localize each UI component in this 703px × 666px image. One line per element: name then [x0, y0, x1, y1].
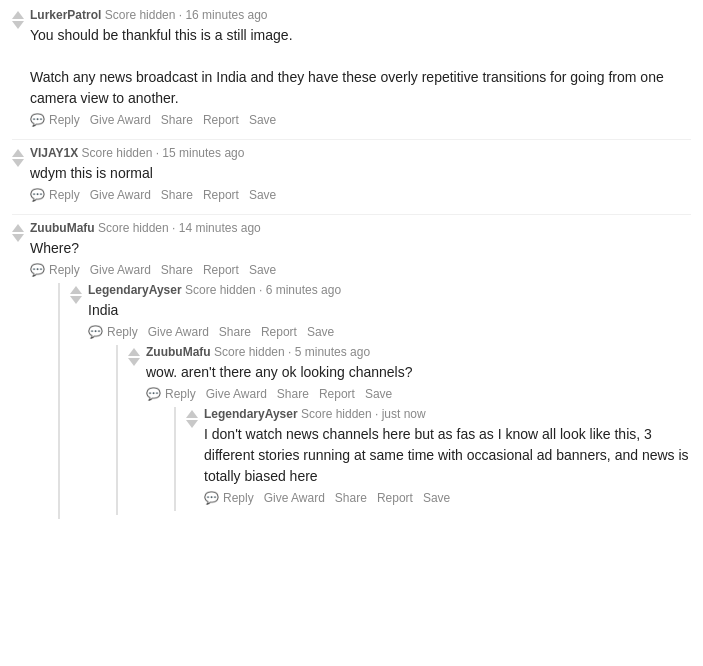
comment-actions: 💬 Reply Give Award Share Report Save	[30, 188, 691, 202]
share-button[interactable]: Share	[161, 188, 193, 202]
comment-header: ZuubuMafu Score hidden · 5 minutes ago	[146, 345, 691, 359]
chat-icon: 💬	[204, 491, 219, 505]
nested-comments: LegendaryAyser Score hidden · 6 minutes …	[58, 283, 691, 519]
save-button[interactable]: Save	[307, 325, 334, 339]
save-button[interactable]: Save	[249, 113, 276, 127]
reply-button[interactable]: Reply	[165, 387, 196, 401]
downvote-button[interactable]	[128, 358, 140, 366]
report-button[interactable]: Report	[377, 491, 413, 505]
username[interactable]: ZuubuMafu	[30, 221, 95, 235]
downvote-button[interactable]	[186, 420, 198, 428]
score: Score hidden	[105, 8, 176, 22]
comment-header: LegendaryAyser Score hidden · 6 minutes …	[88, 283, 691, 297]
nested-comments-3: LegendaryAyser Score hidden · just now I…	[174, 407, 691, 511]
give-award-button[interactable]: Give Award	[148, 325, 209, 339]
separator: ·	[172, 221, 179, 235]
report-button[interactable]: Report	[261, 325, 297, 339]
reply-button[interactable]: Reply	[223, 491, 254, 505]
share-button[interactable]: Share	[335, 491, 367, 505]
comment-text: wow. aren't there any ok looking channel…	[146, 362, 691, 383]
comment-header: ZuubuMafu Score hidden · 14 minutes ago	[30, 221, 691, 235]
share-button[interactable]: Share	[161, 263, 193, 277]
divider	[12, 214, 691, 215]
chat-icon: 💬	[88, 325, 103, 339]
report-button[interactable]: Report	[203, 113, 239, 127]
downvote-button[interactable]	[12, 159, 24, 167]
share-button[interactable]: Share	[277, 387, 309, 401]
username[interactable]: LegendaryAyser	[204, 407, 298, 421]
comment-body: ZuubuMafu Score hidden · 14 minutes ago …	[30, 221, 691, 523]
comment-text: India	[88, 300, 691, 321]
comment-actions: 💬 Reply Give Award Share Report Save	[146, 387, 691, 401]
vote-arrows	[70, 283, 82, 305]
upvote-button[interactable]	[12, 11, 24, 19]
comment-thread: LurkerPatrol Score hidden · 16 minutes a…	[0, 0, 703, 535]
report-button[interactable]: Report	[319, 387, 355, 401]
timestamp: 15 minutes ago	[162, 146, 244, 160]
score: Score hidden	[82, 146, 153, 160]
give-award-button[interactable]: Give Award	[90, 188, 151, 202]
divider	[12, 139, 691, 140]
comment-text: wdym this is normal	[30, 163, 691, 184]
downvote-button[interactable]	[70, 296, 82, 304]
reply-button[interactable]: Reply	[49, 263, 80, 277]
upvote-button[interactable]	[12, 149, 24, 157]
separator: ·	[375, 407, 382, 421]
reply-button[interactable]: Reply	[49, 188, 80, 202]
save-button[interactable]: Save	[423, 491, 450, 505]
separator: ·	[288, 345, 295, 359]
share-button[interactable]: Share	[219, 325, 251, 339]
save-button[interactable]: Save	[249, 263, 276, 277]
comment-body: LegendaryAyser Score hidden · 6 minutes …	[88, 283, 691, 519]
comment-item: LegendaryAyser Score hidden · 6 minutes …	[70, 283, 691, 519]
comment-header: LegendaryAyser Score hidden · just now	[204, 407, 691, 421]
upvote-button[interactable]	[12, 224, 24, 232]
upvote-button[interactable]	[128, 348, 140, 356]
comment-header: LurkerPatrol Score hidden · 16 minutes a…	[30, 8, 691, 22]
comment-actions: 💬 Reply Give Award Share Report Save	[204, 491, 691, 505]
vote-arrows	[12, 8, 24, 30]
separator: ·	[259, 283, 266, 297]
username[interactable]: VIJAY1X	[30, 146, 78, 160]
downvote-button[interactable]	[12, 21, 24, 29]
chat-icon: 💬	[30, 188, 45, 202]
upvote-button[interactable]	[186, 410, 198, 418]
vote-arrows	[186, 407, 198, 429]
nested-comments-2: ZuubuMafu Score hidden · 5 minutes ago w…	[116, 345, 691, 515]
comment-text: You should be thankful this is a still i…	[30, 25, 691, 109]
comment-item: VIJAY1X Score hidden · 15 minutes ago wd…	[12, 146, 691, 208]
comment-item: LegendaryAyser Score hidden · just now I…	[186, 407, 691, 511]
reply-button[interactable]: Reply	[107, 325, 138, 339]
chat-icon: 💬	[30, 113, 45, 127]
timestamp: 16 minutes ago	[185, 8, 267, 22]
comment-text: I don't watch news channels here but as …	[204, 424, 691, 487]
report-button[interactable]: Report	[203, 263, 239, 277]
score: Score hidden	[301, 407, 372, 421]
chat-icon: 💬	[30, 263, 45, 277]
username[interactable]: LurkerPatrol	[30, 8, 101, 22]
comment-body: LurkerPatrol Score hidden · 16 minutes a…	[30, 8, 691, 133]
downvote-button[interactable]	[12, 234, 24, 242]
give-award-button[interactable]: Give Award	[264, 491, 325, 505]
give-award-button[interactable]: Give Award	[90, 113, 151, 127]
username[interactable]: ZuubuMafu	[146, 345, 211, 359]
score: Score hidden	[98, 221, 169, 235]
comment-item: LurkerPatrol Score hidden · 16 minutes a…	[12, 8, 691, 133]
give-award-button[interactable]: Give Award	[90, 263, 151, 277]
comment-text: Where?	[30, 238, 691, 259]
comment-body: LegendaryAyser Score hidden · just now I…	[204, 407, 691, 511]
score: Score hidden	[185, 283, 256, 297]
give-award-button[interactable]: Give Award	[206, 387, 267, 401]
username[interactable]: LegendaryAyser	[88, 283, 182, 297]
timestamp: just now	[382, 407, 426, 421]
timestamp: 5 minutes ago	[295, 345, 370, 359]
reply-button[interactable]: Reply	[49, 113, 80, 127]
comment-body: ZuubuMafu Score hidden · 5 minutes ago w…	[146, 345, 691, 515]
share-button[interactable]: Share	[161, 113, 193, 127]
save-button[interactable]: Save	[365, 387, 392, 401]
report-button[interactable]: Report	[203, 188, 239, 202]
upvote-button[interactable]	[70, 286, 82, 294]
save-button[interactable]: Save	[249, 188, 276, 202]
comment-header: VIJAY1X Score hidden · 15 minutes ago	[30, 146, 691, 160]
timestamp: 6 minutes ago	[266, 283, 341, 297]
